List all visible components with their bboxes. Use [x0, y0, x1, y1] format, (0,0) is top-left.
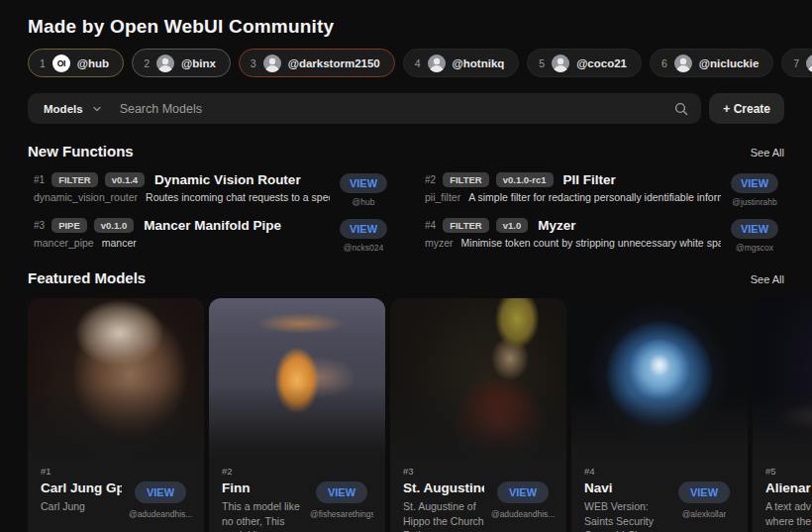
model-rank: #1: [41, 466, 122, 477]
models-see-all-link[interactable]: See All: [751, 273, 784, 285]
function-description: Minimise token count by stripping unnece…: [461, 237, 721, 249]
function-side: VIEW @ncks024: [340, 218, 387, 253]
function-item-pii-filter[interactable]: #2 FILTER v0.1.0-rc1 PII Filter pii_filt…: [425, 172, 778, 207]
user-avatar-icon: [428, 54, 446, 72]
function-type-badge: FILTER: [51, 172, 98, 187]
search-icon[interactable]: [673, 101, 689, 117]
functions-see-all-link[interactable]: See All: [751, 147, 784, 159]
view-button[interactable]: VIEW: [135, 481, 186, 503]
function-version-badge: v0.1.0-rc1: [496, 172, 554, 187]
function-item-mancer-manifold-pipe[interactable]: #3 PIPE v0.1.0 Mancer Manifold Pipe manc…: [34, 218, 387, 253]
model-card-main: #2 Finn This a model like no other, This…: [222, 466, 303, 532]
function-author[interactable]: @hub: [353, 197, 375, 207]
model-rank: #5: [765, 466, 812, 477]
community-page: Made by Open WebUI Community 1 OI @hub 2…: [0, 0, 812, 532]
model-card-carl-jung[interactable]: #1 Carl Jung Gpt-4o Carl Jung VIEW @adud…: [28, 298, 204, 532]
model-rank: #4: [584, 466, 665, 477]
create-button[interactable]: + Create: [709, 93, 784, 124]
goldfish-photo: [209, 298, 385, 457]
function-version-badge: v0.1.0: [94, 218, 134, 233]
carl-jung-portrait: [28, 298, 204, 457]
page-title: Made by Open WebUI Community: [28, 16, 784, 38]
function-type-badge: PIPE: [51, 218, 87, 233]
model-rank: #2: [222, 466, 303, 477]
model-card-navi[interactable]: #4 Navi WEB Version: Saints Security Gro…: [571, 298, 748, 532]
top-users-row: 1 OI @hub 2 @binx 3 @darkstorm2150 4 @ho…: [28, 49, 784, 77]
user-chip-hub[interactable]: 1 OI @hub: [28, 49, 124, 77]
user-handle: @binx: [181, 57, 216, 69]
function-item-myzer[interactable]: #4 FILTER v1.0 Myzer myzer Minimise toke…: [425, 218, 778, 253]
function-side: VIEW @justinrahb: [731, 172, 778, 207]
model-card-main: #4 Navi WEB Version: Saints Security Gro…: [584, 466, 665, 532]
function-id: pii_filter: [425, 191, 460, 203]
model-title: Finn: [222, 480, 303, 495]
function-title: Mancer Manifold Pipe: [144, 218, 281, 233]
search-category-label: Models: [44, 103, 83, 115]
view-button[interactable]: VIEW: [340, 219, 387, 239]
pixel-angel-sphere: [571, 298, 748, 457]
function-main: #3 PIPE v0.1.0 Mancer Manifold Pipe manc…: [34, 218, 330, 249]
model-description: This a model like no other, This model i…: [222, 499, 303, 532]
model-rank: #3: [403, 466, 484, 477]
function-title: Dynamic Vision Router: [154, 172, 301, 187]
view-button[interactable]: VIEW: [316, 481, 367, 503]
function-version-badge: v0.1.4: [105, 172, 145, 187]
user-chip-nicluckie[interactable]: 6 @nicluckie: [650, 49, 773, 77]
user-rank: 5: [539, 57, 545, 69]
search-row: Models + Create: [28, 93, 784, 124]
model-description: WEB Version: Saints Security Group LLC's…: [584, 499, 665, 532]
function-author[interactable]: @ncks024: [344, 243, 383, 253]
user-chip-darkstorm2150[interactable]: 3 @darkstorm2150: [239, 49, 395, 77]
user-chip-mesharu[interactable]: 7 @mesharu: [781, 49, 812, 77]
model-author[interactable]: @adudeandhis...: [491, 509, 555, 519]
model-author[interactable]: @alexkollar: [682, 509, 727, 519]
user-avatar-icon: [156, 54, 174, 72]
model-card-alienar[interactable]: #5 Alienar A text adv where the narrates…: [753, 298, 812, 532]
model-author[interactable]: @adudeandhis...: [129, 509, 192, 519]
view-button[interactable]: VIEW: [731, 173, 778, 193]
view-button[interactable]: VIEW: [731, 219, 778, 239]
user-handle: @nicluckie: [699, 57, 759, 69]
function-rank: #4: [425, 220, 436, 231]
user-chip-hotnikq[interactable]: 4 @hotnikq: [403, 49, 520, 77]
view-button[interactable]: VIEW: [497, 481, 549, 503]
user-rank: 6: [661, 57, 667, 69]
function-author[interactable]: @justinrahb: [732, 197, 776, 207]
search-category-dropdown[interactable]: Models: [40, 103, 106, 115]
model-card-main: #5 Alienar A text adv where the narrates…: [765, 466, 812, 532]
function-title: Myzer: [538, 218, 575, 233]
user-chip-binx[interactable]: 2 @binx: [132, 49, 231, 77]
search-input[interactable]: [120, 102, 674, 116]
user-chip-coco21[interactable]: 5 @coco21: [527, 49, 642, 77]
function-item-dynamic-vision-router[interactable]: #1 FILTER v0.1.4 Dynamic Vision Router d…: [34, 172, 387, 207]
model-title: Alienar: [765, 480, 812, 495]
user-avatar-icon: [552, 54, 569, 72]
model-card-st-augustine[interactable]: #3 St. Augustine Of... St. Augustine of …: [390, 298, 566, 532]
user-avatar-icon: [806, 54, 812, 72]
user-avatar-icon: [674, 54, 692, 72]
user-rank: 3: [251, 57, 256, 69]
function-id: dynamic_vision_router: [34, 191, 138, 203]
model-card-side: VIEW @alexkollar: [673, 466, 735, 532]
model-card-side: VIEW @adudeandhis...: [492, 466, 554, 532]
model-description: St. Augustine of Hippo the Church Father: [403, 499, 484, 532]
models-section-header: Featured Models See All: [28, 269, 784, 286]
function-id: mancer_pipe: [34, 237, 94, 249]
function-version-badge: v1.0: [496, 218, 529, 233]
view-button[interactable]: VIEW: [678, 481, 730, 503]
model-author[interactable]: @fishesarethings: [310, 509, 373, 519]
view-button[interactable]: VIEW: [340, 173, 387, 193]
saint-augustine-painting: [390, 298, 566, 457]
user-handle: @darkstorm2150: [288, 57, 380, 69]
function-description: A simple filter for redacting personally…: [468, 191, 721, 203]
function-type-badge: FILTER: [443, 172, 489, 187]
featured-models-row: #1 Carl Jung Gpt-4o Carl Jung VIEW @adud…: [28, 298, 784, 532]
model-card-finn[interactable]: #2 Finn This a model like no other, This…: [209, 298, 385, 532]
user-handle: @hub: [77, 57, 109, 69]
model-title: St. Augustine Of...: [403, 480, 484, 495]
function-title: PII Filter: [563, 172, 616, 187]
openwebui-logo-icon: OI: [52, 54, 70, 72]
function-main: #1 FILTER v0.1.4 Dynamic Vision Router d…: [34, 172, 330, 203]
function-author[interactable]: @mgscox: [736, 243, 773, 253]
function-side: VIEW @mgscox: [731, 218, 778, 253]
